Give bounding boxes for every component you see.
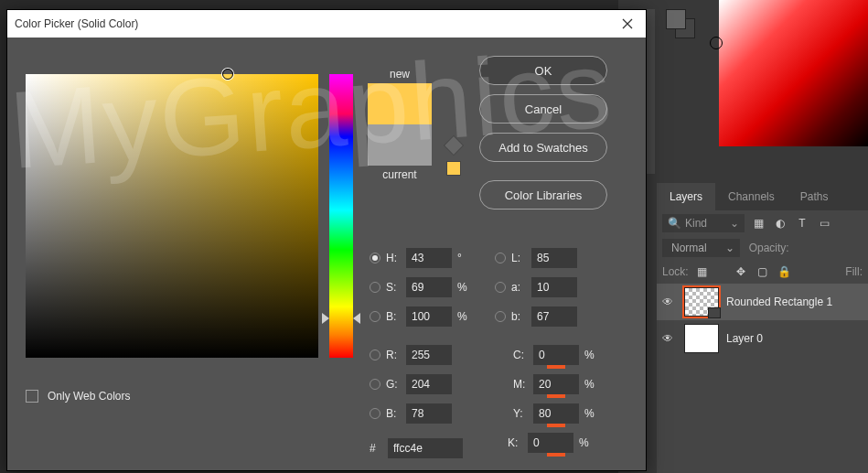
nearest-web-color-swatch[interactable] <box>446 161 461 176</box>
m-input[interactable] <box>533 374 579 394</box>
close-button[interactable] <box>616 13 638 35</box>
kind-filter[interactable]: 🔍Kind⌄ <box>662 214 745 232</box>
y-unit: % <box>584 407 598 420</box>
layer-name[interactable]: Layer 0 <box>726 332 763 345</box>
h-input[interactable] <box>406 248 452 268</box>
dialog-titlebar: Color Picker (Solid Color) <box>7 10 646 38</box>
lock-all-icon[interactable]: 🔒 <box>777 263 793 280</box>
layer-name[interactable]: Rounded Rectangle 1 <box>726 296 832 308</box>
add-swatches-button[interactable]: Add to Swatches <box>479 133 607 162</box>
hue-pointer-left-icon <box>322 313 329 324</box>
lock-label: Lock: <box>662 265 689 278</box>
filter-adjust-icon[interactable]: ◐ <box>772 215 788 231</box>
hex-label: # <box>370 442 388 455</box>
blend-mode-select[interactable]: Normal⌄ <box>662 239 740 257</box>
h-radio[interactable] <box>370 253 380 263</box>
rgb-b-radio[interactable] <box>370 408 380 419</box>
foreground-color-swatch[interactable] <box>666 9 686 29</box>
y-input[interactable] <box>533 403 579 424</box>
lock-pixels-icon[interactable]: ▦ <box>694 263 711 280</box>
lock-position-icon[interactable]: ✥ <box>733 263 749 280</box>
web-colors-checkbox[interactable] <box>26 390 38 403</box>
filter-shape-icon[interactable]: ▭ <box>816 215 832 231</box>
tab-paths[interactable]: Paths <box>788 183 841 210</box>
r-label: R: <box>386 349 406 361</box>
new-color-swatch[interactable] <box>368 83 432 124</box>
s-radio[interactable] <box>370 282 380 293</box>
cube-icon[interactable] <box>444 135 465 156</box>
layers-panel: Layers Channels Paths 🔍Kind⌄ ▦ ◐ T ▭ Nor… <box>657 183 868 473</box>
r-radio[interactable] <box>370 349 380 360</box>
visibility-icon[interactable]: 👁 <box>662 332 677 345</box>
blend-ribbon: Normal⌄ Opacity: <box>657 236 868 260</box>
rgb-b-label: B: <box>386 407 406 420</box>
hue-slider[interactable] <box>329 74 353 358</box>
blend-mode-value: Normal <box>671 242 707 254</box>
current-label: current <box>368 168 432 181</box>
color-swatches[interactable] <box>666 9 702 37</box>
layer-row-1[interactable]: 👁 Layer 0 <box>657 320 868 357</box>
current-color-swatch[interactable] <box>368 124 432 166</box>
a-label: a: <box>511 281 531 294</box>
ok-button[interactable]: OK <box>479 56 607 85</box>
red-mark <box>547 365 565 369</box>
r-input[interactable] <box>406 345 452 365</box>
hex-row: # <box>370 438 463 458</box>
red-mark <box>547 424 565 427</box>
g-radio[interactable] <box>370 379 380 390</box>
filter-type-icon[interactable]: T <box>794 215 810 231</box>
saturation-value-field[interactable] <box>26 74 318 358</box>
c-input[interactable] <box>533 345 579 365</box>
tab-channels[interactable]: Channels <box>715 183 788 210</box>
lock-artboard-icon[interactable]: ▢ <box>755 263 771 280</box>
sv-cursor[interactable] <box>222 69 233 80</box>
dialog-buttons: OK Cancel Add to Swatches Color Librarie… <box>479 56 607 219</box>
color-picker-dialog: Color Picker (Solid Color) new current O… <box>6 9 647 471</box>
l-radio[interactable] <box>495 253 506 263</box>
filter-pixel-icon[interactable]: ▦ <box>750 215 766 231</box>
bb-input[interactable] <box>531 306 577 327</box>
b-radio[interactable] <box>370 311 380 322</box>
cancel-button[interactable]: Cancel <box>479 94 607 124</box>
m-unit: % <box>584 378 598 391</box>
layer-row-0[interactable]: 👁 Rounded Rectangle 1 <box>657 284 868 320</box>
layer-thumbnail[interactable] <box>684 287 719 317</box>
s-input[interactable] <box>406 277 452 297</box>
close-icon <box>622 18 633 29</box>
k-input[interactable] <box>528 433 573 453</box>
rgb-b-input[interactable] <box>406 403 452 424</box>
hex-input[interactable] <box>388 438 463 458</box>
red-mark <box>547 453 565 457</box>
circle-marker <box>710 37 723 49</box>
b-label: B: <box>386 310 406 323</box>
l-label: L: <box>511 252 531 264</box>
c-unit: % <box>584 349 598 361</box>
m-label: M: <box>513 378 533 391</box>
l-input[interactable] <box>531 248 577 268</box>
c-label: C: <box>513 349 533 361</box>
g-input[interactable] <box>406 374 452 394</box>
web-colors-checkbox-row[interactable]: Only Web Colors <box>26 390 130 403</box>
layer-thumbnail[interactable] <box>684 324 719 353</box>
b-unit: % <box>457 310 471 323</box>
red-mark <box>547 394 565 398</box>
b-value-input[interactable] <box>406 306 452 327</box>
tab-layers[interactable]: Layers <box>657 183 715 210</box>
bb-radio[interactable] <box>495 311 506 322</box>
y-label: Y: <box>513 407 533 420</box>
lock-ribbon: Lock: ▦ ✥ ▢ 🔒 Fill: <box>657 260 868 284</box>
dialog-title: Color Picker (Solid Color) <box>15 17 616 30</box>
visibility-icon[interactable]: 👁 <box>662 296 677 308</box>
k-label: K: <box>508 436 528 449</box>
a-input[interactable] <box>531 277 577 297</box>
web-colors-label: Only Web Colors <box>48 390 130 403</box>
a-radio[interactable] <box>495 282 506 293</box>
s-label: S: <box>386 281 406 294</box>
h-label: H: <box>386 252 406 264</box>
new-label: new <box>368 68 432 81</box>
color-libraries-button[interactable]: Color Libraries <box>479 180 607 210</box>
k-unit: % <box>579 436 593 449</box>
filter-ribbon: 🔍Kind⌄ ▦ ◐ T ▭ <box>657 210 868 236</box>
color-preview: new current <box>368 65 432 184</box>
gradient-preview <box>719 0 868 146</box>
